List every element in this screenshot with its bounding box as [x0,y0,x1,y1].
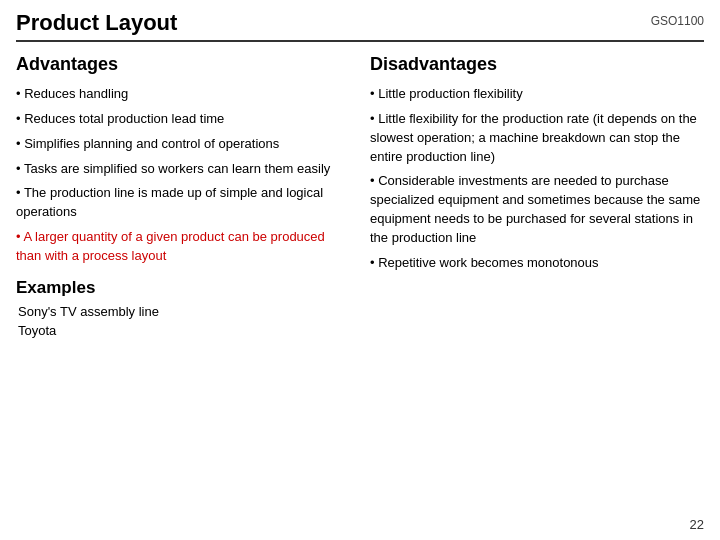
page-title: Product Layout [16,10,177,36]
adv-bullet-3: • Simplifies planning and control of ope… [16,135,350,154]
disadvantages-heading: Disadvantages [370,54,704,75]
advantages-column: Advantages • Reduces handling • Reduces … [16,54,350,341]
adv-bullet-6: • A larger quantity of a given product c… [16,228,350,266]
disadv-bullet-2: • Little flexibility for the production … [370,110,704,167]
advantages-heading: Advantages [16,54,350,75]
page: Product Layout GSO1100 Advantages • Redu… [0,0,720,540]
adv-bullet-5: • The production line is made up of simp… [16,184,350,222]
disadv-bullet-3: • Considerable investments are needed to… [370,172,704,247]
examples-section: Examples Sony's TV assembly lineToyota [16,278,350,341]
page-number: 22 [690,517,704,532]
disadv-bullet-1: • Little production flexibility [370,85,704,104]
header: Product Layout GSO1100 [16,10,704,42]
course-code: GSO1100 [651,14,704,28]
examples-heading: Examples [16,278,350,298]
adv-bullet-4: • Tasks are simplified so workers can le… [16,160,350,179]
examples-list: Sony's TV assembly lineToyota [16,302,350,341]
disadv-bullet-4: • Repetitive work becomes monotonous [370,254,704,273]
content-columns: Advantages • Reduces handling • Reduces … [16,54,704,341]
adv-bullet-2: • Reduces total production lead time [16,110,350,129]
adv-bullet-1: • Reduces handling [16,85,350,104]
disadvantages-column: Disadvantages • Little production flexib… [370,54,704,341]
